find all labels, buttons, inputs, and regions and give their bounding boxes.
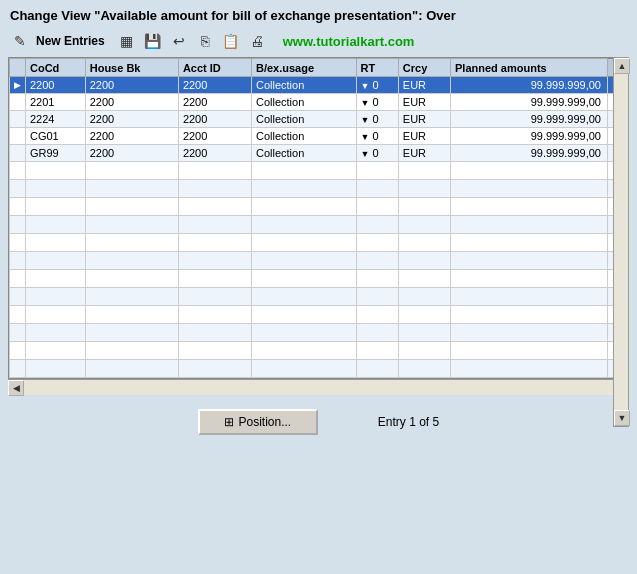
house-bk-header: House Bk: [85, 59, 178, 77]
edit-icon[interactable]: ✎: [10, 31, 30, 51]
row-selector[interactable]: [10, 145, 26, 162]
rt-cell[interactable]: ▼ 0: [356, 77, 398, 94]
planned_amounts-cell: 99.999.999,00: [450, 94, 607, 111]
crcy-cell: EUR: [398, 94, 450, 111]
rt-cell[interactable]: ▼ 0: [356, 94, 398, 111]
acct-id-header: Acct ID: [178, 59, 251, 77]
house_bk-cell: 2200: [85, 111, 178, 128]
scroll-down-btn[interactable]: ▼: [614, 410, 630, 426]
empty-table-row: [10, 216, 628, 234]
data-table: CoCd House Bk Acct ID B/ex.usage RT Crcy…: [9, 58, 628, 378]
crcy-cell: EUR: [398, 111, 450, 128]
acct_id-cell: 2200: [178, 94, 251, 111]
row-selector-header: [10, 59, 26, 77]
position-icon: ⊞: [224, 415, 234, 429]
house_bk-cell: 2200: [85, 128, 178, 145]
cocd-cell: 2200: [26, 77, 86, 94]
empty-table-row: [10, 360, 628, 378]
empty-table-row: [10, 306, 628, 324]
page-title: Change View "Available amount for bill o…: [0, 0, 637, 27]
table-row[interactable]: GR9922002200Collection▼ 0EUR99.999.999,0…: [10, 145, 628, 162]
table-wrapper: CoCd House Bk Acct ID B/ex.usage RT Crcy…: [8, 57, 629, 379]
undo-icon[interactable]: ↩: [169, 31, 189, 51]
bex_usage-cell: Collection: [251, 111, 356, 128]
toolbar: ✎ New Entries ▦ 💾 ↩ ⎘ 📋 🖨 www.tutorialka…: [0, 27, 637, 57]
data-table-container: CoCd House Bk Acct ID B/ex.usage RT Crcy…: [8, 57, 629, 379]
empty-table-row: [10, 162, 628, 180]
position-button[interactable]: ⊞ Position...: [198, 409, 318, 435]
acct_id-cell: 2200: [178, 77, 251, 94]
row-selector[interactable]: ▶: [10, 77, 26, 94]
table-body: ▶220022002200Collection▼ 0EUR99.999.999,…: [10, 77, 628, 378]
rt-cell[interactable]: ▼ 0: [356, 111, 398, 128]
table-row[interactable]: 220122002200Collection▼ 0EUR99.999.999,0…: [10, 94, 628, 111]
crcy-header: Crcy: [398, 59, 450, 77]
crcy-cell: EUR: [398, 77, 450, 94]
vertical-scrollbar[interactable]: ▲ ▼: [613, 57, 629, 427]
rt-cell[interactable]: ▼ 0: [356, 145, 398, 162]
cocd-cell: 2201: [26, 94, 86, 111]
scroll-left-btn[interactable]: ◀: [8, 380, 24, 396]
crcy-cell: EUR: [398, 145, 450, 162]
empty-table-row: [10, 198, 628, 216]
rt-cell[interactable]: ▼ 0: [356, 128, 398, 145]
cocd-cell: CG01: [26, 128, 86, 145]
empty-table-row: [10, 324, 628, 342]
row-selector[interactable]: [10, 128, 26, 145]
table-header-row: CoCd House Bk Acct ID B/ex.usage RT Crcy…: [10, 59, 628, 77]
position-btn-label: Position...: [238, 415, 291, 429]
planned_amounts-cell: 99.999.999,00: [450, 128, 607, 145]
bex_usage-cell: Collection: [251, 94, 356, 111]
rt-header: RT: [356, 59, 398, 77]
crcy-cell: EUR: [398, 128, 450, 145]
planned_amounts-cell: 99.999.999,00: [450, 145, 607, 162]
empty-table-row: [10, 252, 628, 270]
horizontal-scrollbar[interactable]: ◀ ▶: [8, 379, 629, 395]
save-icon[interactable]: 💾: [143, 31, 163, 51]
cocd-header: CoCd: [26, 59, 86, 77]
empty-table-row: [10, 234, 628, 252]
house_bk-cell: 2200: [85, 77, 178, 94]
scroll-up-btn[interactable]: ▲: [614, 58, 630, 74]
paste-icon[interactable]: 📋: [221, 31, 241, 51]
planned-amounts-header: Planned amounts: [450, 59, 607, 77]
footer: ⊞ Position... Entry 1 of 5: [0, 395, 637, 449]
cocd-cell: 2224: [26, 111, 86, 128]
row-selector[interactable]: [10, 111, 26, 128]
acct_id-cell: 2200: [178, 111, 251, 128]
table-row[interactable]: ▶220022002200Collection▼ 0EUR99.999.999,…: [10, 77, 628, 94]
copy-icon[interactable]: ⎘: [195, 31, 215, 51]
house_bk-cell: 2200: [85, 145, 178, 162]
scroll-track: [614, 74, 628, 410]
bex_usage-cell: Collection: [251, 145, 356, 162]
acct_id-cell: 2200: [178, 145, 251, 162]
watermark-text: www.tutorialkart.com: [283, 34, 415, 49]
empty-table-row: [10, 342, 628, 360]
bex-usage-header: B/ex.usage: [251, 59, 356, 77]
h-scroll-track: [24, 380, 613, 395]
planned_amounts-cell: 99.999.999,00: [450, 77, 607, 94]
title-text: Change View "Available amount for bill o…: [10, 8, 456, 23]
entry-info: Entry 1 of 5: [378, 415, 439, 429]
empty-table-row: [10, 180, 628, 198]
new-entries-label: New Entries: [36, 34, 105, 48]
acct_id-cell: 2200: [178, 128, 251, 145]
row-selector[interactable]: [10, 94, 26, 111]
planned_amounts-cell: 99.999.999,00: [450, 111, 607, 128]
table-row[interactable]: 222422002200Collection▼ 0EUR99.999.999,0…: [10, 111, 628, 128]
empty-table-row: [10, 270, 628, 288]
table-row[interactable]: CG0122002200Collection▼ 0EUR99.999.999,0…: [10, 128, 628, 145]
cocd-cell: GR99: [26, 145, 86, 162]
bex_usage-cell: Collection: [251, 77, 356, 94]
table-icon[interactable]: ▦: [117, 31, 137, 51]
empty-table-row: [10, 288, 628, 306]
house_bk-cell: 2200: [85, 94, 178, 111]
bex_usage-cell: Collection: [251, 128, 356, 145]
print-icon[interactable]: 🖨: [247, 31, 267, 51]
